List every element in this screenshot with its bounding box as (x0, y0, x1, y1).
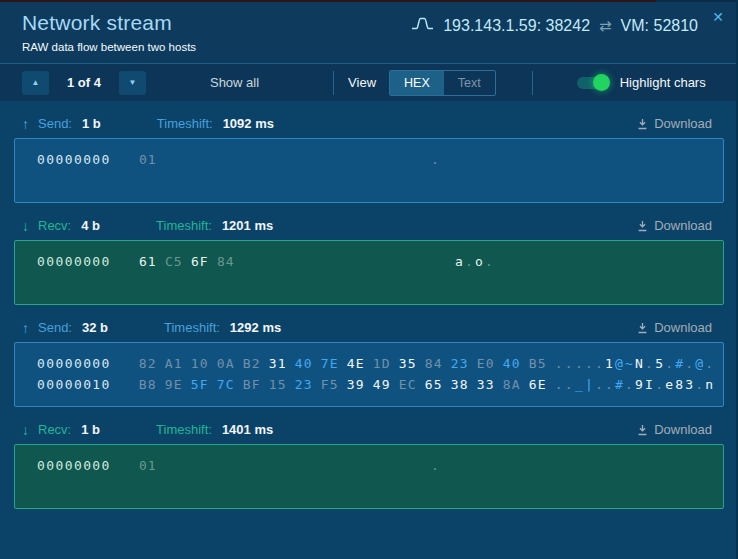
tab-hex[interactable]: HEX (390, 71, 444, 95)
ascii-text: a.o. (243, 251, 707, 272)
chevron-down-icon: ▼ (129, 78, 137, 87)
hex-dump[interactable]: 0000000001. (14, 444, 724, 509)
hex-byte: 49 (373, 374, 399, 395)
ascii-char: N (635, 356, 645, 371)
ascii-char: n (705, 377, 715, 392)
toggle-knob (593, 74, 610, 91)
source-endpoint: 193.143.1.59: 38242 (443, 17, 590, 35)
toolbar-divider (532, 71, 533, 95)
hex-byte: E0 (477, 353, 503, 374)
ascii-char: . (575, 356, 585, 371)
hex-byte: EC (399, 374, 425, 395)
direction-label: Send: (38, 320, 72, 335)
hex-dump[interactable]: 0000000001. (14, 138, 724, 203)
ascii-char: . (605, 377, 615, 392)
stream-block-recv: ↓Recv:1 bTimeshift:1401 msDownload000000… (14, 420, 724, 509)
hex-byte: 4E (347, 353, 373, 374)
ascii-char: . (485, 254, 495, 269)
ascii-char: o (475, 254, 485, 269)
hex-byte: 65 (425, 374, 451, 395)
view-mode-switcher: HEX Text (389, 70, 496, 96)
hex-dump[interactable]: 0000000082A1100AB231407E4E1D358423E040B5… (14, 342, 724, 407)
hex-row: 0000000001. (37, 455, 707, 476)
tab-text[interactable]: Text (444, 71, 495, 95)
hex-bytes: 01 (139, 455, 165, 476)
ascii-char: # (615, 377, 625, 392)
pager-count: 1 of 4 (67, 75, 101, 90)
ascii-char: . (431, 458, 441, 473)
vm-endpoint: VM: 52810 (621, 17, 698, 35)
arrow-up-icon: ↑ (22, 116, 38, 132)
timeshift-label: Timeshift: (156, 422, 212, 437)
hex-bytes: B89E5F7CBF1523F53949EC6538338A6E (139, 374, 555, 395)
download-label: Download (654, 422, 712, 437)
hex-byte: B2 (243, 353, 269, 374)
stream-block-send: ↑Send:1 bTimeshift:1092 msDownload000000… (14, 114, 724, 203)
hex-byte: 82 (139, 353, 165, 374)
download-icon (637, 322, 648, 334)
download-label: Download (654, 116, 712, 131)
ascii-char: e (665, 377, 675, 392)
arrow-down-icon: ↓ (22, 422, 38, 438)
ascii-char: . (595, 377, 605, 392)
hex-row: 00000010B89E5F7CBF1523F53949EC6538338A6E… (37, 374, 707, 395)
offset-label: 00000000 (37, 149, 111, 170)
highlight-chars-toggle[interactable] (577, 77, 608, 89)
hex-byte: B5 (529, 353, 555, 374)
ascii-char: a (455, 254, 465, 269)
hex-row: 0000000001. (37, 149, 707, 170)
ascii-char: I (645, 377, 655, 392)
download-label: Download (654, 218, 712, 233)
ascii-char: . (655, 377, 665, 392)
ascii-char: . (685, 356, 695, 371)
hex-byte: 9E (165, 374, 191, 395)
hex-byte: 61 (139, 251, 165, 272)
download-icon (637, 424, 648, 436)
hex-byte: 84 (425, 353, 451, 374)
offset-label: 00000000 (37, 455, 111, 476)
swap-arrows-icon: ⇄ (599, 18, 612, 33)
download-button[interactable]: Download (637, 422, 712, 437)
prev-stream-button[interactable]: ▲ (22, 71, 49, 95)
timeshift-value: 1292 ms (230, 320, 281, 335)
offset-label: 00000010 (37, 374, 111, 395)
ascii-char: . (555, 356, 565, 371)
hex-byte: 15 (269, 374, 295, 395)
hex-bytes: 82A1100AB231407E4E1D358423E040B5 (139, 353, 555, 374)
hex-byte: 31 (269, 353, 295, 374)
download-button[interactable]: Download (637, 320, 712, 335)
close-button[interactable]: ✕ (708, 6, 728, 28)
hex-byte: 40 (503, 353, 529, 374)
ascii-text: . (165, 149, 707, 170)
hex-byte: 33 (477, 374, 503, 395)
stream-size: 1 b (81, 422, 100, 437)
download-button[interactable]: Download (637, 116, 712, 131)
ascii-char: | (585, 377, 595, 392)
next-stream-button[interactable]: ▼ (119, 71, 146, 95)
ascii-char: 8 (675, 377, 685, 392)
download-icon (637, 220, 648, 232)
timeshift-value: 1201 ms (222, 218, 273, 233)
ascii-char: 1 (605, 356, 615, 371)
offset-label: 00000000 (37, 353, 111, 374)
highlight-chars-label: Highlight chars (620, 75, 706, 90)
hex-bytes: 01 (139, 149, 165, 170)
ascii-char: 9 (635, 377, 645, 392)
stream-header: ↓Recv:1 bTimeshift:1401 msDownload (14, 420, 724, 439)
hex-byte: 5F (191, 374, 217, 395)
stream-header: ↑Send:32 bTimeshift:1292 msDownload (14, 318, 724, 337)
chevron-up-icon: ▲ (32, 78, 40, 87)
stream-size: 4 b (81, 218, 100, 233)
toolbar-divider (333, 71, 334, 95)
show-all-button[interactable]: Show all (210, 75, 259, 90)
hex-byte: 8A (503, 374, 529, 395)
download-button[interactable]: Download (637, 218, 712, 233)
hex-row: 0000000061C56F84a.o. (37, 251, 707, 272)
hex-byte: A1 (165, 353, 191, 374)
direction-label: Recv: (38, 218, 71, 233)
ascii-char: . (595, 356, 605, 371)
stream-toolbar: ▲ 1 of 4 ▼ Show all View HEX Text Highli… (0, 63, 738, 101)
hex-dump[interactable]: 0000000061C56F84a.o. (14, 240, 724, 305)
hex-byte: 01 (139, 149, 165, 170)
direction-label: Send: (38, 116, 72, 131)
